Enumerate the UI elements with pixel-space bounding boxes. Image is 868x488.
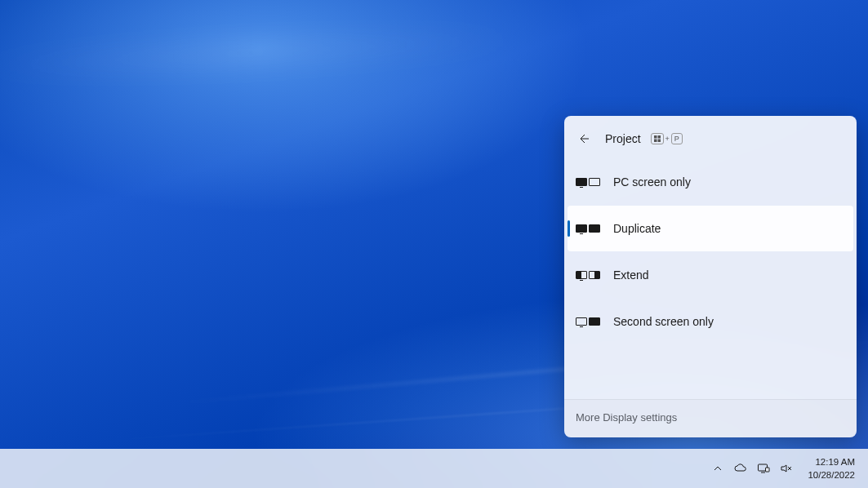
back-button[interactable] xyxy=(574,129,594,149)
second-only-icon xyxy=(576,317,607,326)
weather-tray-icon[interactable] xyxy=(731,459,750,478)
svg-rect-5 xyxy=(766,468,770,472)
option-label: Duplicate xyxy=(613,222,661,235)
option-second-screen-only[interactable]: Second screen only xyxy=(568,299,853,344)
chevron-up-icon xyxy=(713,464,723,473)
option-label: PC screen only xyxy=(613,175,691,189)
option-extend[interactable]: Extend xyxy=(568,252,853,298)
project-panel: Project + P PC screen only Duplicate xyxy=(564,116,857,437)
panel-title: Project xyxy=(605,132,641,145)
panel-header: Project + P xyxy=(564,116,857,158)
win-key-icon xyxy=(651,133,664,144)
volume-tray-icon[interactable] xyxy=(777,459,796,478)
more-display-settings-link[interactable]: More Display settings xyxy=(576,411,677,424)
cloud-icon xyxy=(734,462,747,475)
svg-rect-0 xyxy=(654,135,657,139)
speaker-muted-icon xyxy=(780,462,793,475)
plus-separator: + xyxy=(665,135,670,143)
arrow-left-icon xyxy=(577,132,590,145)
p-key: P xyxy=(671,133,683,144)
option-label: Extend xyxy=(613,268,649,282)
panel-footer: More Display settings xyxy=(564,399,857,437)
clock-date[interactable]: 12:19 AM 10/28/2022 xyxy=(799,455,860,481)
svg-rect-1 xyxy=(657,135,661,139)
wallpaper-streak xyxy=(0,26,531,81)
extend-icon xyxy=(576,271,607,279)
time-text: 12:19 AM xyxy=(808,455,855,468)
project-options-list: PC screen only Duplicate Extend Second s… xyxy=(564,158,857,399)
taskbar: 12:19 AM 10/28/2022 xyxy=(0,449,868,488)
option-pc-screen-only[interactable]: PC screen only xyxy=(568,159,853,205)
display-tray-icon[interactable] xyxy=(754,459,773,478)
show-hidden-icons-button[interactable] xyxy=(708,459,728,478)
shortcut-hint: + P xyxy=(651,133,683,144)
pc-only-icon xyxy=(576,178,607,186)
svg-rect-2 xyxy=(654,140,657,143)
date-text: 10/28/2022 xyxy=(808,468,855,481)
svg-rect-3 xyxy=(657,140,661,143)
duplicate-icon xyxy=(576,224,607,233)
option-label: Second screen only xyxy=(613,315,714,328)
option-duplicate[interactable]: Duplicate xyxy=(568,206,853,251)
monitor-icon xyxy=(757,462,770,475)
